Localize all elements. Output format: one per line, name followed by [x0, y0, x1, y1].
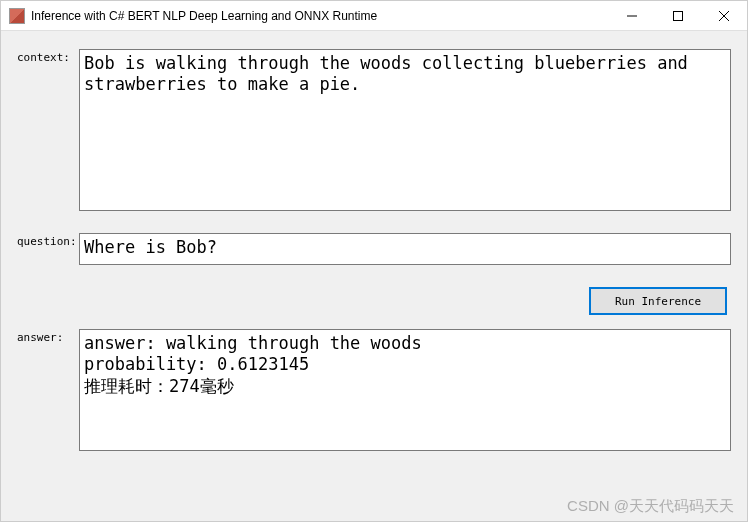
- minimize-button[interactable]: [609, 1, 655, 30]
- context-row: context:: [17, 49, 731, 211]
- run-inference-button[interactable]: Run Inference: [589, 287, 727, 315]
- question-row: question:: [17, 233, 731, 265]
- svg-rect-1: [674, 11, 683, 20]
- close-button[interactable]: [701, 1, 747, 30]
- client-area: context: question: Run Inference answer:: [1, 31, 747, 521]
- answer-output[interactable]: [79, 329, 731, 451]
- context-input[interactable]: [79, 49, 731, 211]
- app-window: Inference with C# BERT NLP Deep Learning…: [0, 0, 748, 522]
- titlebar: Inference with C# BERT NLP Deep Learning…: [1, 1, 747, 31]
- context-wrap: [79, 49, 731, 211]
- answer-row: answer:: [17, 329, 731, 451]
- answer-label: answer:: [17, 329, 79, 344]
- window-title: Inference with C# BERT NLP Deep Learning…: [31, 9, 609, 23]
- question-input[interactable]: [79, 233, 731, 265]
- button-row: Run Inference: [17, 287, 731, 315]
- question-label: question:: [17, 233, 79, 248]
- context-label: context:: [17, 49, 79, 64]
- maximize-button[interactable]: [655, 1, 701, 30]
- app-icon: [9, 8, 25, 24]
- window-controls: [609, 1, 747, 30]
